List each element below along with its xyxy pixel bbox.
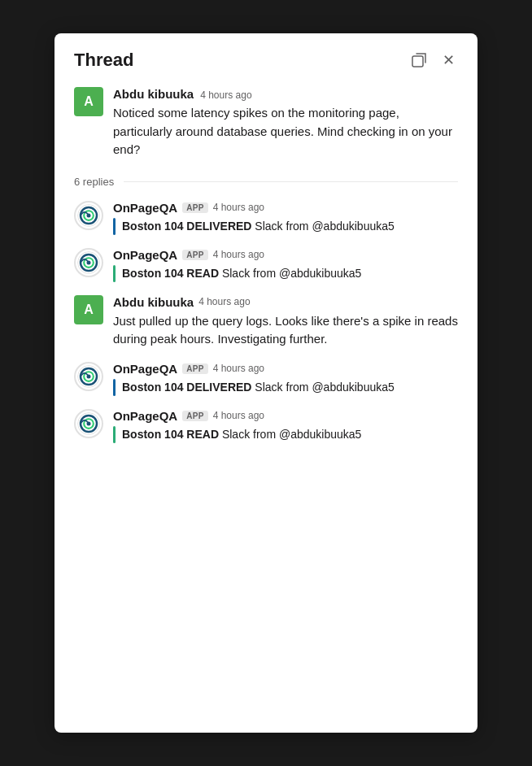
replies-divider: 6 replies bbox=[74, 176, 458, 188]
reply-3-meta: Abdu kibuuka 4 hours ago bbox=[113, 295, 458, 309]
thread-header: Thread ✕ bbox=[74, 50, 458, 71]
original-time: 4 hours ago bbox=[200, 89, 251, 101]
original-author: Abdu kibuuka bbox=[113, 87, 194, 101]
reply-item-5: OnPageQA APP 4 hours ago Boston 104 READ… bbox=[74, 409, 458, 443]
onpageqa-avatar-3 bbox=[74, 362, 103, 391]
reply-3-time: 4 hours ago bbox=[198, 296, 250, 307]
replies-count: 6 replies bbox=[74, 176, 114, 188]
close-icon[interactable]: ✕ bbox=[438, 50, 458, 70]
thread-title: Thread bbox=[74, 50, 133, 71]
reply-4-text: Boston 104 DELIVERED Slack from @abdukib… bbox=[122, 379, 395, 396]
reply-5-time: 4 hours ago bbox=[213, 410, 264, 421]
reply-item-2: OnPageQA APP 4 hours ago Boston 104 READ… bbox=[74, 248, 458, 282]
reply-4-content: OnPageQA APP 4 hours ago Boston 104 DELI… bbox=[113, 362, 458, 396]
app-badge-3: APP bbox=[182, 363, 207, 374]
reply-1-body: Boston 104 DELIVERED Slack from @abdukib… bbox=[113, 218, 458, 235]
reply-4-time: 4 hours ago bbox=[213, 363, 264, 374]
reply-1-content: OnPageQA APP 4 hours ago Boston 104 DELI… bbox=[113, 201, 458, 235]
reply-5-body: Boston 104 READ Slack from @abdukibuuka5 bbox=[113, 426, 458, 443]
reply-5-meta: OnPageQA APP 4 hours ago bbox=[113, 409, 458, 423]
reply-4-author: OnPageQA bbox=[113, 362, 177, 376]
original-message-meta: Abdu kibuuka 4 hours ago bbox=[113, 87, 458, 101]
reply-2-content: OnPageQA APP 4 hours ago Boston 104 READ… bbox=[113, 248, 458, 282]
reply-bar-3 bbox=[113, 379, 116, 396]
reply-2-meta: OnPageQA APP 4 hours ago bbox=[113, 248, 458, 262]
onpageqa-avatar-2 bbox=[74, 248, 103, 277]
reply-2-body: Boston 104 READ Slack from @abdukibuuka5 bbox=[113, 265, 458, 282]
reply-bar-1 bbox=[113, 218, 116, 235]
original-text: Noticed some latency spikes on the monit… bbox=[113, 104, 458, 159]
reply-5-content: OnPageQA APP 4 hours ago Boston 104 READ… bbox=[113, 409, 458, 443]
reply-bar-4 bbox=[113, 426, 116, 443]
reply-item-3: A Abdu kibuuka 4 hours ago Just pulled u… bbox=[74, 295, 458, 349]
reply-5-text: Boston 104 READ Slack from @abdukibuuka5 bbox=[122, 426, 361, 443]
reply-2-time: 4 hours ago bbox=[213, 249, 264, 260]
reply-5-author: OnPageQA bbox=[113, 409, 177, 423]
reply-item-4: OnPageQA APP 4 hours ago Boston 104 DELI… bbox=[74, 362, 458, 396]
reply-3-content: Abdu kibuuka 4 hours ago Just pulled up … bbox=[113, 295, 458, 349]
onpageqa-avatar-4 bbox=[74, 409, 103, 438]
avatar-abdu: A bbox=[74, 87, 103, 116]
original-message-content: Abdu kibuuka 4 hours ago Noticed some la… bbox=[113, 87, 458, 159]
original-message: A Abdu kibuuka 4 hours ago Noticed some … bbox=[74, 87, 458, 159]
reply-1-author: OnPageQA bbox=[113, 201, 177, 215]
reply-4-body: Boston 104 DELIVERED Slack from @abdukib… bbox=[113, 379, 458, 396]
app-badge-4: APP bbox=[182, 411, 207, 421]
reply-1-text: Boston 104 DELIVERED Slack from @abdukib… bbox=[122, 218, 395, 235]
divider-line bbox=[124, 181, 458, 182]
reply-bar-2 bbox=[113, 265, 116, 282]
onpageqa-avatar-1 bbox=[74, 201, 103, 230]
reply-3-author: Abdu kibuuka bbox=[113, 295, 194, 309]
expand-icon[interactable] bbox=[409, 50, 429, 70]
app-badge-2: APP bbox=[182, 250, 207, 260]
reply-2-author: OnPageQA bbox=[113, 248, 177, 262]
reply-1-time: 4 hours ago bbox=[213, 202, 264, 213]
reply-4-meta: OnPageQA APP 4 hours ago bbox=[113, 362, 458, 376]
app-badge-1: APP bbox=[182, 202, 207, 213]
header-icons: ✕ bbox=[409, 50, 458, 70]
svg-rect-0 bbox=[412, 56, 423, 67]
reply-1-meta: OnPageQA APP 4 hours ago bbox=[113, 201, 458, 215]
thread-panel: Thread ✕ A Abdu kibuuka 4 hours ago Noti… bbox=[55, 33, 477, 733]
reply-item-1: OnPageQA APP 4 hours ago Boston 104 DELI… bbox=[74, 201, 458, 235]
reply-2-text: Boston 104 READ Slack from @abdukibuuka5 bbox=[122, 265, 361, 282]
avatar-abdu-2: A bbox=[74, 295, 103, 324]
reply-3-text: Just pulled up the query logs. Looks lik… bbox=[113, 312, 458, 349]
